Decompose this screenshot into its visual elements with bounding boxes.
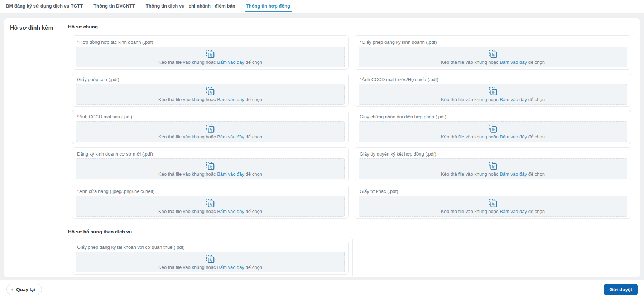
dropzone-hint: Kéo thả file vào khung hoặc Bấm vào đây … <box>158 134 262 139</box>
dropzone-hint: Kéo thả file vào khung hoặc Bấm vào đây … <box>441 209 545 214</box>
field-label-text: Ảnh CCCD mặt sau (.pdf) <box>79 114 132 119</box>
back-button[interactable]: ‹ Quay lại <box>6 284 42 295</box>
upload-field: *Giấy phép đăng ký tài khoản với cơ quan… <box>72 241 349 275</box>
dropzone-hint-prefix: Kéo thả file vào khung hoặc <box>158 265 217 270</box>
file-dropzone[interactable]: Kéo thả file vào khung hoặc Bấm vào đây … <box>76 252 345 272</box>
dropzone-hint-suffix: để chọn <box>244 171 262 177</box>
upload-field: *Giấy phép con (.pdf) Kéo thả file vào k… <box>72 73 349 107</box>
browse-link[interactable]: Bấm vào đây <box>500 134 527 139</box>
field-label-text: Giấy tờ khác (.pdf) <box>360 189 398 194</box>
tab-label: Thông tin hợp đồng <box>246 3 290 9</box>
field-label-text: Ảnh cửa hàng (.jpeg/.png/.heic/.heif) <box>79 189 154 194</box>
browse-link[interactable]: Bấm vào đây <box>217 209 244 214</box>
dropzone-hint-suffix: để chọn <box>527 171 545 177</box>
upload-field: *Giấy phép đăng ký kinh doanh (.pdf) Kéo… <box>355 35 631 70</box>
file-dropzone[interactable]: Kéo thả file vào khung hoặc Bấm vào đây … <box>76 196 345 217</box>
chevron-left-icon: ‹ <box>11 286 13 292</box>
select-file-icon <box>488 161 498 171</box>
browse-link[interactable]: Bấm vào đây <box>500 171 527 177</box>
file-dropzone[interactable]: Kéo thả file vào khung hoặc Bấm vào đây … <box>359 158 627 179</box>
tab-bar: BM đăng ký sử dụng dịch vụ TGTT Thông ti… <box>0 0 644 14</box>
dropzone-hint-prefix: Kéo thả file vào khung hoặc <box>441 134 500 139</box>
browse-link[interactable]: Bấm vào đây <box>217 97 244 102</box>
tab-3[interactable]: Thông tin dịch vụ - chi nhánh - điểm bán <box>146 0 235 13</box>
select-file-icon <box>206 124 215 133</box>
dropzone-hint-suffix: để chọn <box>244 209 262 214</box>
upload-field: *Hợp đồng hợp tác kinh doanh (.pdf) Kéo … <box>72 35 349 70</box>
page-title: Hồ sơ đính kèm <box>10 25 53 31</box>
file-dropzone[interactable]: Kéo thả file vào khung hoặc Bấm vào đây … <box>76 121 345 142</box>
dropzone-hint: Kéo thả file vào khung hoặc Bấm vào đây … <box>441 60 545 65</box>
browse-link[interactable]: Bấm vào đây <box>500 97 527 102</box>
field-label-text: Giấy chứng nhận đại diện hợp pháp (.pdf) <box>360 114 446 119</box>
file-dropzone[interactable]: Kéo thả file vào khung hoặc Bấm vào đây … <box>359 84 627 105</box>
field-label-text: Hợp đồng hợp tác kinh doanh (.pdf) <box>79 39 153 45</box>
dropzone-hint-suffix: để chọn <box>527 209 545 214</box>
field-label: *Giấy tờ khác (.pdf) <box>355 185 631 194</box>
browse-link[interactable]: Bấm vào đây <box>217 265 244 270</box>
form-area: Hồ sơ chung *Hợp đồng hợp tác kinh doanh… <box>68 24 635 278</box>
dropzone-hint: Kéo thả file vào khung hoặc Bấm vào đây … <box>158 171 262 177</box>
select-file-icon <box>206 161 215 171</box>
dropzone-hint: Kéo thả file vào khung hoặc Bấm vào đây … <box>158 60 262 65</box>
file-dropzone[interactable]: Kéo thả file vào khung hoặc Bấm vào đây … <box>359 196 627 217</box>
field-label: *Giấy chứng nhận đại diện hợp pháp (.pdf… <box>355 110 631 119</box>
field-label: *Giấy phép đăng ký kinh doanh (.pdf) <box>355 36 631 45</box>
browse-link[interactable]: Bấm vào đây <box>217 134 244 139</box>
required-asterisk: * <box>77 189 79 194</box>
required-asterisk: * <box>360 77 361 82</box>
browse-link[interactable]: Bấm vào đây <box>217 171 244 177</box>
field-label: *Ảnh CCCD mặt trước/Hộ chiếu (.pdf) <box>355 73 631 82</box>
dropzone-hint-suffix: để chọn <box>527 97 545 102</box>
field-label-text: Giấy phép con (.pdf) <box>77 77 119 82</box>
dropzone-hint: Kéo thả file vào khung hoặc Bấm vào đây … <box>441 97 545 102</box>
field-label: *Đăng ký kinh doanh cơ sở mới (.pdf) <box>72 148 348 157</box>
field-label-text: Giấy phép đăng ký kinh doanh (.pdf) <box>362 39 437 45</box>
required-asterisk: * <box>360 39 361 45</box>
footer-bar: ‹ Quay lại Gửi duyệt <box>0 280 644 299</box>
field-label-text: Ảnh CCCD mặt trước/Hộ chiếu (.pdf) <box>362 77 438 82</box>
select-file-icon <box>488 199 498 208</box>
required-asterisk: * <box>77 39 79 45</box>
browse-link[interactable]: Bấm vào đây <box>500 209 527 214</box>
form-section: Hồ sơ bổ sung theo dịch vụ *Giấy phép đă… <box>68 229 635 278</box>
tab-label: Thông tin ĐVCNTT <box>93 3 135 9</box>
browse-link[interactable]: Bấm vào đây <box>500 60 527 65</box>
dropzone-hint: Kéo thả file vào khung hoặc Bấm vào đây … <box>441 171 545 177</box>
select-file-icon <box>206 87 215 96</box>
tab-1[interactable]: BM đăng ký sử dụng dịch vụ TGTT <box>6 0 83 13</box>
upload-field: *Giấy chứng nhận đại diện hợp pháp (.pdf… <box>355 110 631 144</box>
dropzone-hint-prefix: Kéo thả file vào khung hoặc <box>441 60 500 65</box>
dropzone-hint-prefix: Kéo thả file vào khung hoặc <box>441 97 500 102</box>
field-label: *Giấy ủy quyền ký kết hợp đồng (.pdf) <box>355 148 631 157</box>
attachments-card: Hồ sơ đính kèm Hồ sơ chung *Hợp đồng hợp… <box>4 18 640 278</box>
section-title: Hồ sơ chung <box>68 24 635 29</box>
field-label-text: Giấy ủy quyền ký kết hợp đồng (.pdf) <box>360 151 436 157</box>
dropzone-hint-suffix: để chọn <box>527 134 545 139</box>
dropzone-hint: Kéo thả file vào khung hoặc Bấm vào đây … <box>158 265 262 270</box>
field-label: *Giấy phép đăng ký tài khoản với cơ quan… <box>72 241 348 250</box>
form-section: Hồ sơ chung *Hợp đồng hợp tác kinh doanh… <box>68 24 635 222</box>
file-dropzone[interactable]: Kéo thả file vào khung hoặc Bấm vào đây … <box>76 158 345 179</box>
dropzone-hint-prefix: Kéo thả file vào khung hoặc <box>158 97 217 102</box>
browse-link[interactable]: Bấm vào đây <box>217 60 244 65</box>
file-dropzone[interactable]: Kéo thả file vào khung hoặc Bấm vào đây … <box>76 47 345 67</box>
tab-4[interactable]: Thông tin hợp đồng <box>246 0 290 13</box>
dropzone-hint: Kéo thả file vào khung hoặc Bấm vào đây … <box>158 97 262 102</box>
file-dropzone[interactable]: Kéo thả file vào khung hoặc Bấm vào đây … <box>76 84 345 105</box>
tab-2[interactable]: Thông tin ĐVCNTT <box>93 0 135 13</box>
section-group: *Giấy phép đăng ký tài khoản với cơ quan… <box>68 237 353 278</box>
upload-field: *Đăng ký kinh doanh cơ sở mới (.pdf) Kéo… <box>72 147 349 181</box>
dropzone-hint-prefix: Kéo thả file vào khung hoặc <box>441 209 500 214</box>
dropzone-hint-suffix: để chọn <box>527 60 545 65</box>
submit-button[interactable]: Gửi duyệt <box>604 284 638 295</box>
dropzone-hint-suffix: để chọn <box>244 97 262 102</box>
file-dropzone[interactable]: Kéo thả file vào khung hoặc Bấm vào đây … <box>359 121 627 142</box>
upload-field: *Ảnh CCCD mặt trước/Hộ chiếu (.pdf) Kéo … <box>355 73 631 107</box>
dropzone-hint-prefix: Kéo thả file vào khung hoặc <box>441 171 500 177</box>
field-label: *Ảnh cửa hàng (.jpeg/.png/.heic/.heif) <box>72 185 348 194</box>
dropzone-hint: Kéo thả file vào khung hoặc Bấm vào đây … <box>441 134 545 139</box>
file-dropzone[interactable]: Kéo thả file vào khung hoặc Bấm vào đây … <box>359 47 627 67</box>
select-file-icon <box>206 255 215 264</box>
tab-label: Thông tin dịch vụ - chi nhánh - điểm bán <box>146 3 235 9</box>
